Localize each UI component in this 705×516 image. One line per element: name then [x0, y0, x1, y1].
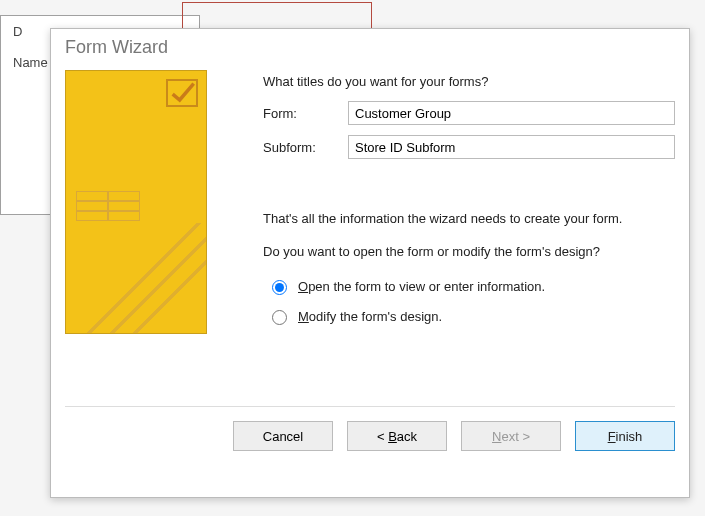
form-title-input[interactable] [348, 101, 675, 125]
form-wizard-dialog: Form Wizard What titles do you want for … [50, 28, 690, 498]
wizard-illustration [65, 70, 245, 400]
back-button[interactable]: < Back [347, 421, 447, 451]
subform-title-input[interactable] [348, 135, 675, 159]
open-form-label: Open the form to view or enter informati… [298, 279, 545, 294]
form-label: Form: [263, 106, 348, 121]
info-done-text: That's all the information the wizard ne… [263, 211, 675, 226]
next-button: Next > [461, 421, 561, 451]
info-choice-text: Do you want to open the form or modify t… [263, 244, 675, 259]
open-form-radio[interactable] [272, 280, 287, 295]
button-row: Cancel < Back Next > Finish [51, 407, 689, 467]
question-text: What titles do you want for your forms? [263, 74, 675, 89]
dialog-title: Form Wizard [51, 29, 689, 62]
checkmark-icon [166, 79, 198, 107]
modify-design-label: Modify the form's design. [298, 309, 442, 324]
modify-design-radio[interactable] [272, 310, 287, 325]
cancel-button[interactable]: Cancel [233, 421, 333, 451]
fields-column: What titles do you want for your forms? … [263, 70, 675, 400]
finish-button[interactable]: Finish [575, 421, 675, 451]
subform-label: Subform: [263, 140, 348, 155]
